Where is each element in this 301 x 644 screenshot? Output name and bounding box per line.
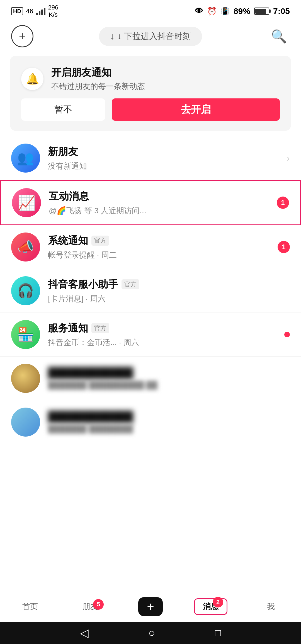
nav-friends-badge: 5 <box>93 599 104 610</box>
msg-item-system[interactable]: 📣 系统通知 官方 帐号登录提醒 · 周二 1 <box>0 225 301 269</box>
notif-title: 开启朋友通知 <box>51 66 145 79</box>
store-icon: 🏪 <box>17 327 34 342</box>
msg-name-service: 服务通知 <box>48 321 88 335</box>
network-type: 46 <box>26 7 33 15</box>
avatar-user2 <box>11 408 40 437</box>
msg-content-system: 系统通知 官方 帐号登录提醒 · 周二 <box>48 234 290 260</box>
speed-indicator: 296 K/s <box>48 4 59 19</box>
notif-header: 🔔 开启朋友通知 不错过朋友的每一条新动态 <box>21 66 280 92</box>
msg-badge-system: 1 <box>278 241 290 253</box>
avatar-system: 📣 <box>11 233 40 262</box>
moments-label: ↓ 下拉进入抖音时刻 <box>117 31 191 42</box>
msg-preview-cs: [卡片消息] · 周六 <box>48 294 215 304</box>
msg-name-row-user1: ████████████ <box>48 367 290 379</box>
status-left: HD 46 296 K/s <box>11 4 58 19</box>
enable-button[interactable]: 去开启 <box>112 98 280 121</box>
official-tag-cs: 官方 <box>122 279 139 289</box>
msg-preview-user2: ███████ ████████ <box>48 425 215 434</box>
avatar-service: 🏪 <box>11 320 40 349</box>
hd-badge: HD <box>11 7 23 15</box>
top-nav: + ↓ ↓ 下拉进入抖音时刻 🔍 <box>0 22 301 50</box>
nav-plus-button[interactable]: + <box>138 597 163 616</box>
msg-preview-interactions: @🌈飞扬 等 3 人近期访问... <box>49 205 216 216</box>
headset-icon: 🎧 <box>17 283 34 299</box>
alarm-icon: ⏰ <box>207 7 217 16</box>
msg-content-user1: ████████████ ███████ ██████████ ██ <box>48 367 290 390</box>
bottom-nav: 首页 5 朋友 + 2 消息 我 <box>0 591 301 622</box>
nav-messages[interactable]: 2 消息 <box>194 598 227 615</box>
msg-name-interactions: 互动消息 <box>49 190 89 203</box>
battery-icon <box>254 8 269 15</box>
home-button[interactable]: ○ <box>149 627 155 639</box>
msg-content-interactions: 互动消息 @🌈飞扬 等 3 人近期访问... <box>49 190 289 216</box>
msg-name-row-interactions: 互动消息 <box>49 190 289 203</box>
official-tag-service: 官方 <box>91 323 109 333</box>
chevron-right-icon: › <box>287 153 290 163</box>
nav-messages-badge: 2 <box>213 597 223 607</box>
back-button[interactable]: ◁ <box>80 626 89 639</box>
plus-nav-icon: + <box>147 600 154 614</box>
msg-badge-interactions: 1 <box>277 197 289 209</box>
msg-item-user1[interactable]: ████████████ ███████ ██████████ ██ <box>0 357 301 400</box>
msg-name-system: 系统通知 <box>48 234 88 248</box>
msg-content-new-friends: 新朋友 没有新通知 <box>48 145 290 171</box>
msg-content-customer-service: 抖音客服小助手 官方 [卡片消息] · 周六 <box>48 278 290 304</box>
home-indicator-area: ◁ ○ □ <box>0 622 301 644</box>
plus-icon: + <box>19 30 26 43</box>
nav-home[interactable]: 首页 <box>13 601 47 612</box>
msg-item-service-notif[interactable]: 🏪 服务通知 官方 抖音金币：金币活... · 周六 <box>0 313 301 357</box>
notif-text-block: 开启朋友通知 不错过朋友的每一条新动态 <box>51 66 145 92</box>
status-right: 👁 ⏰ 📳 89% 7:05 <box>195 6 290 16</box>
msg-content-service: 服务通知 官方 抖音金币：金币活... · 周六 <box>48 321 290 348</box>
friend-notification-card: 🔔 开启朋友通知 不错过朋友的每一条新动态 暂不 去开启 <box>10 56 291 131</box>
pull-down-icon: ↓ <box>110 31 115 42</box>
msg-item-interactions[interactable]: 📈 互动消息 @🌈飞扬 等 3 人近期访问... 1 <box>0 180 301 225</box>
battery-percent: 89% <box>234 6 250 16</box>
vibrate-icon: 📳 <box>221 7 230 16</box>
msg-name-row: 新朋友 <box>48 145 290 159</box>
msg-name-cs: 抖音客服小助手 <box>48 278 118 291</box>
msg-dot-service <box>284 332 290 337</box>
message-list: 👥 新朋友 没有新通知 › 📈 互动消息 @🌈飞扬 等 3 人近期访问... 1… <box>0 136 301 444</box>
nav-home-label: 首页 <box>22 601 38 612</box>
avatar-customer-service: 🎧 <box>11 276 40 305</box>
time-display: 7:05 <box>273 6 290 16</box>
msg-name-row-user2: ████████████ <box>48 411 290 422</box>
chart-icon: 📈 <box>18 194 36 211</box>
avatar-user1 <box>11 364 40 393</box>
msg-name-row-cs: 抖音客服小助手 官方 <box>48 278 290 291</box>
search-button[interactable]: 🔍 <box>268 25 290 47</box>
add-button[interactable]: + <box>11 25 33 47</box>
msg-name-row-system: 系统通知 官方 <box>48 234 290 248</box>
msg-name-user1: ████████████ <box>48 367 133 379</box>
msg-content-user2: ████████████ ███████ ████████ <box>48 411 290 434</box>
notif-buttons: 暂不 去开启 <box>21 98 280 121</box>
msg-item-customer-service[interactable]: 🎧 抖音客服小助手 官方 [卡片消息] · 周六 <box>0 269 301 313</box>
friends-icon: 👥 <box>17 150 34 166</box>
msg-name-user2: ████████████ <box>48 411 133 422</box>
nav-me[interactable]: 我 <box>254 601 288 612</box>
avatar-new-friends: 👥 <box>11 144 40 173</box>
later-button[interactable]: 暂不 <box>21 98 105 121</box>
notif-subtitle: 不错过朋友的每一条新动态 <box>51 81 145 92</box>
msg-preview: 没有新通知 <box>48 161 215 171</box>
nav-friends[interactable]: 5 朋友 <box>74 601 107 612</box>
msg-name-row-service: 服务通知 官方 <box>48 321 290 335</box>
msg-preview-system: 帐号登录提醒 · 周二 <box>48 250 215 260</box>
status-bar: HD 46 296 K/s 👁 ⏰ 📳 89% 7:05 <box>0 0 301 22</box>
msg-name: 新朋友 <box>48 145 78 159</box>
signal-icon <box>36 7 45 15</box>
moments-pill[interactable]: ↓ ↓ 下拉进入抖音时刻 <box>99 27 202 46</box>
msg-item-user2[interactable]: ████████████ ███████ ████████ <box>0 400 301 444</box>
msg-preview-service: 抖音金币：金币活... · 周六 <box>48 337 215 348</box>
nav-me-label: 我 <box>267 601 275 612</box>
msg-preview-user1: ███████ ██████████ ██ <box>48 381 215 390</box>
recent-apps-button[interactable]: □ <box>215 627 221 639</box>
bell-icon: 🔔 <box>21 68 43 90</box>
eye-icon: 👁 <box>195 6 203 16</box>
nav-plus[interactable]: + <box>134 597 167 616</box>
megaphone-icon: 📣 <box>17 239 34 255</box>
msg-item-new-friends[interactable]: 👥 新朋友 没有新通知 › <box>0 136 301 180</box>
avatar-interactions: 📈 <box>12 188 41 217</box>
official-tag-system: 官方 <box>91 236 109 246</box>
